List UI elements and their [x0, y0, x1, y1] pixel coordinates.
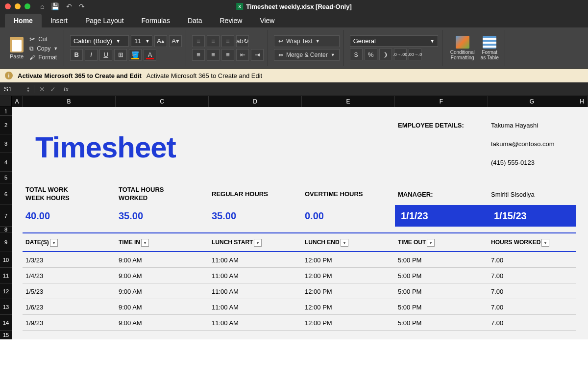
cell-r3-c4[interactable]: 5:00 PM — [395, 299, 488, 315]
increase-decimal-button[interactable]: .0→.00 — [394, 49, 407, 60]
font-color-button[interactable]: A — [144, 49, 156, 61]
cell-r2-c0[interactable]: 1/5/23 — [23, 283, 116, 299]
format-as-table-button[interactable]: Format as Table — [479, 36, 501, 60]
bold-button[interactable]: B — [70, 49, 83, 61]
indent-decrease-button[interactable]: ⇤ — [236, 49, 249, 61]
cell-r2-c4[interactable]: 5:00 PM — [395, 283, 488, 299]
currency-button[interactable]: $ — [350, 49, 363, 60]
number-format-select[interactable]: General▼ — [350, 35, 438, 47]
tab-home[interactable]: Home — [5, 14, 42, 27]
format-painter-button[interactable]: 🖌Format — [27, 53, 60, 61]
merge-center-button[interactable]: ⇔Merge & Center▼ — [274, 49, 340, 61]
filter-button[interactable]: ▾ — [541, 239, 549, 247]
cell-r1-c4[interactable]: 5:00 PM — [395, 268, 488, 283]
cell-r0-c2[interactable]: 11:00 AM — [209, 252, 302, 268]
row-header-4[interactable]: 4 — [0, 153, 12, 172]
comma-button[interactable]: ❩ — [379, 49, 392, 60]
cell-r4-c2[interactable]: 11:00 AM — [209, 315, 302, 331]
row-header-13[interactable]: 13 — [0, 299, 12, 315]
indent-increase-button[interactable]: ⇥ — [251, 49, 264, 61]
cell-r2-c2[interactable]: 11:00 AM — [209, 283, 302, 299]
row-header-14[interactable]: 14 — [0, 315, 12, 331]
tab-review[interactable]: Review — [211, 14, 251, 27]
fill-color-button[interactable]: 🪣 — [129, 49, 142, 61]
increase-font-button[interactable]: A▴ — [154, 35, 167, 47]
table-header-5[interactable]: HOURS WORKED▾ — [488, 232, 576, 252]
redo-icon[interactable]: ↷ — [79, 2, 85, 10]
table-header-0[interactable]: DATE(S)▾ — [23, 232, 116, 252]
cell-r2-c3[interactable]: 12:00 PM — [302, 283, 395, 299]
font-size-select[interactable]: 11▼ — [131, 35, 152, 47]
align-center-button[interactable]: ≡ — [207, 49, 220, 61]
cell-r4-c5[interactable]: 7.00 — [488, 315, 576, 331]
name-box[interactable]: S1 ▲▼ — [0, 85, 34, 93]
row-header-12[interactable]: 12 — [0, 283, 12, 299]
cell-r3-c3[interactable]: 12:00 PM — [302, 299, 395, 315]
maximize-window-button[interactable] — [24, 3, 30, 9]
filter-button[interactable]: ▾ — [341, 239, 348, 247]
cell-r3-c1[interactable]: 9:00 AM — [116, 299, 209, 315]
row-header-15[interactable]: 15 — [0, 331, 12, 339]
row-header-1[interactable]: 1 — [0, 107, 12, 116]
decrease-decimal-button[interactable]: .00→.0 — [409, 49, 421, 60]
cell-r2-c1[interactable]: 9:00 AM — [116, 283, 209, 299]
cell-r0-c4[interactable]: 5:00 PM — [395, 252, 488, 268]
select-all-corner[interactable] — [0, 96, 12, 107]
copy-button[interactable]: ⧉Copy▼ — [27, 45, 60, 52]
fx-icon[interactable]: fx — [61, 85, 69, 93]
align-left-button[interactable]: ≡ — [192, 49, 205, 61]
percent-button[interactable]: % — [365, 49, 377, 60]
cancel-formula-button[interactable]: ✕ — [39, 85, 45, 93]
row-header-2[interactable]: 2 — [0, 116, 12, 134]
confirm-formula-button[interactable]: ✓ — [50, 85, 56, 93]
cell-r1-c2[interactable]: 11:00 AM — [209, 268, 302, 283]
underline-button[interactable]: U — [99, 49, 112, 61]
home-icon[interactable]: ⌂ — [40, 2, 44, 10]
column-header-H[interactable]: H — [576, 96, 588, 107]
column-header-G[interactable]: G — [488, 96, 576, 107]
cell-r4-c3[interactable]: 12:00 PM — [302, 315, 395, 331]
cell-r1-c1[interactable]: 9:00 AM — [116, 268, 209, 283]
filter-button[interactable]: ▾ — [254, 239, 262, 247]
filter-button[interactable]: ▾ — [427, 239, 435, 247]
row-header-8[interactable]: 8 — [0, 227, 12, 232]
table-header-2[interactable]: LUNCH START▾ — [209, 232, 302, 252]
row-header-10[interactable]: 10 — [0, 252, 12, 268]
cell-r4-c4[interactable]: 5:00 PM — [395, 315, 488, 331]
row-header-11[interactable]: 11 — [0, 268, 12, 283]
cell-r3-c2[interactable]: 11:00 AM — [209, 299, 302, 315]
cell-r1-c3[interactable]: 12:00 PM — [302, 268, 395, 283]
cell-r1-c5[interactable]: 7.00 — [488, 268, 576, 283]
wrap-text-button[interactable]: ↩Wrap Text▼ — [274, 35, 340, 47]
cell-r0-c5[interactable]: 7.00 — [488, 252, 576, 268]
align-right-button[interactable]: ≡ — [221, 49, 234, 61]
column-header-B[interactable]: B — [23, 96, 116, 107]
row-header-9[interactable]: 9 — [0, 232, 12, 252]
paste-button[interactable]: Paste — [8, 35, 25, 61]
orientation-button[interactable]: ab↻ — [236, 35, 249, 47]
decrease-font-button[interactable]: A▾ — [169, 35, 182, 47]
cell-r1-c0[interactable]: 1/4/23 — [23, 268, 116, 283]
filter-button[interactable]: ▾ — [50, 239, 58, 247]
cell-r4-c0[interactable]: 1/9/23 — [23, 315, 116, 331]
align-top-button[interactable]: ≡ — [192, 35, 205, 47]
table-header-3[interactable]: LUNCH END▾ — [302, 232, 395, 252]
italic-button[interactable]: I — [85, 49, 98, 61]
align-bottom-button[interactable]: ≡ — [221, 35, 234, 47]
table-header-1[interactable]: TIME IN▾ — [116, 232, 209, 252]
column-header-F[interactable]: F — [395, 96, 488, 107]
column-header-E[interactable]: E — [302, 96, 395, 107]
cell-r0-c0[interactable]: 1/3/23 — [23, 252, 116, 268]
tab-page-layout[interactable]: Page Layout — [76, 14, 133, 27]
tab-formulas[interactable]: Formulas — [133, 14, 179, 27]
cell-r3-c5[interactable]: 7.00 — [488, 299, 576, 315]
tab-insert[interactable]: Insert — [42, 14, 76, 27]
tab-data[interactable]: Data — [179, 14, 211, 27]
minimize-window-button[interactable] — [15, 3, 21, 9]
row-header-3[interactable]: 3 — [0, 134, 12, 153]
row-header-5[interactable]: 5 — [0, 172, 12, 183]
cell-r3-c0[interactable]: 1/6/23 — [23, 299, 116, 315]
row-header-7[interactable]: 7 — [0, 205, 12, 227]
filter-button[interactable]: ▾ — [141, 239, 149, 247]
conditional-formatting-button[interactable]: Conditional Formatting — [448, 36, 477, 60]
